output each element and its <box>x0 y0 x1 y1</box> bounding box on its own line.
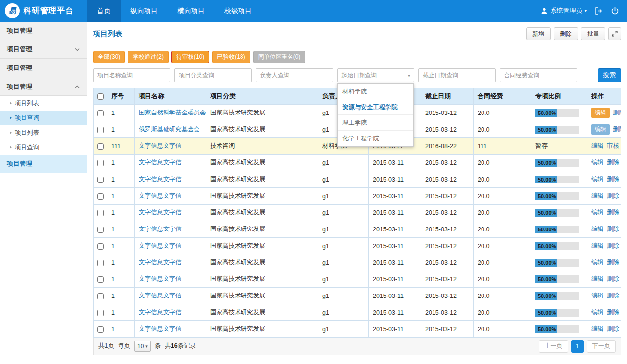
action-button[interactable]: 编辑 <box>591 124 610 135</box>
status-filter[interactable]: 已验收(18) <box>212 51 250 63</box>
action-link[interactable]: 编辑 <box>591 176 603 182</box>
action-link[interactable]: 编辑 <box>591 325 603 332</box>
row-checkbox[interactable] <box>97 260 104 266</box>
dropdown-option[interactable]: 材料学院 <box>338 84 413 99</box>
project-name-link[interactable]: 文字信息文字信 <box>139 159 182 166</box>
action-link[interactable]: 删除 <box>613 109 621 116</box>
table-row: 1文字信息文字信国家高技术研究发展g12015-03-112015-03-122… <box>94 271 621 288</box>
top-nav-item[interactable]: 横向项目 <box>168 0 215 22</box>
action-link[interactable]: 删除 <box>607 242 619 249</box>
status-filter[interactable]: 同单位区重名(0) <box>253 51 306 63</box>
project-name-link[interactable]: 文字信息文字信 <box>139 242 182 249</box>
row-checkbox[interactable] <box>97 110 104 116</box>
action-link[interactable]: 删除 <box>607 259 619 266</box>
action-link[interactable]: 审核 <box>607 142 619 149</box>
action-link[interactable]: 删除 <box>607 192 619 199</box>
action-link[interactable]: 删除 <box>607 209 619 216</box>
project-name-link[interactable]: 文字信息文字信 <box>139 176 182 182</box>
project-name-link[interactable]: 文字信息文字信 <box>139 292 182 299</box>
dropdown-option[interactable]: 理工学院 <box>338 115 413 131</box>
action-link[interactable]: 编辑 <box>591 259 603 266</box>
power-icon[interactable] <box>611 7 619 15</box>
action-link[interactable]: 删除 <box>607 226 619 232</box>
project-name-link[interactable]: 文字信息文字信 <box>139 275 182 282</box>
row-checkbox[interactable] <box>97 210 104 216</box>
start-date-cell: 2015-03-11 <box>369 188 421 205</box>
top-nav-item[interactable]: 首页 <box>87 0 121 22</box>
fullscreen-button[interactable] <box>608 27 621 40</box>
row-checkbox[interactable] <box>97 227 104 233</box>
action-link[interactable]: 编辑 <box>591 142 603 149</box>
action-link[interactable]: 删除 <box>607 325 619 332</box>
action-link[interactable]: 删除 <box>607 275 619 282</box>
project-name-link[interactable]: 文字信息文字信 <box>139 309 182 316</box>
sidebar-item[interactable]: 项目管理 <box>0 77 87 96</box>
start-date-search-select[interactable]: 起始日期查询▾材料学院资源与安全工程学院理工学院化学工程学院 <box>337 68 414 82</box>
action-button[interactable]: 编辑 <box>591 108 610 118</box>
action-link[interactable]: 编辑 <box>591 275 603 282</box>
add-button[interactable]: 新增 <box>526 27 551 40</box>
sidebar-subitem[interactable]: 项目列表 <box>0 125 87 140</box>
select-all-checkbox[interactable] <box>97 93 104 100</box>
batch-button[interactable]: 批量 <box>581 27 605 40</box>
project-name-link[interactable]: 文字信息文字信 <box>139 325 182 332</box>
row-checkbox[interactable] <box>97 143 104 150</box>
project-name-link[interactable]: 文字信息文字信 <box>139 259 182 266</box>
action-link[interactable]: 删除 <box>607 292 619 299</box>
exit-icon[interactable] <box>595 7 603 15</box>
action-link[interactable]: 删除 <box>607 159 619 166</box>
sidebar-subitem[interactable]: 项目查询 <box>0 140 87 155</box>
row-checkbox[interactable] <box>97 326 104 333</box>
search-button[interactable]: 搜索 <box>598 68 621 82</box>
project-name-search-input[interactable] <box>93 68 170 82</box>
current-page-button[interactable]: 1 <box>571 340 584 353</box>
action-link[interactable]: 编辑 <box>591 309 603 316</box>
action-link[interactable]: 编辑 <box>591 192 603 199</box>
row-checkbox[interactable] <box>97 177 104 183</box>
row-checkbox[interactable] <box>97 127 104 133</box>
row-checkbox[interactable] <box>97 243 104 250</box>
prev-page-button[interactable]: 上一页 <box>539 340 568 353</box>
dropdown-option[interactable]: 资源与安全工程学院 <box>338 99 413 115</box>
action-link[interactable]: 删除 <box>613 126 621 133</box>
top-nav-item[interactable]: 校级项目 <box>215 0 262 22</box>
row-checkbox[interactable] <box>97 293 104 299</box>
sidebar-item[interactable]: 项目管理 <box>0 40 87 59</box>
progress-label: 50.00% <box>538 226 556 233</box>
action-link[interactable]: 编辑 <box>591 226 603 232</box>
project-name-link[interactable]: 文字信息文字信 <box>139 209 182 216</box>
dropdown-option[interactable]: 化学工程学院 <box>338 131 413 146</box>
row-checkbox[interactable] <box>97 160 104 166</box>
end-date-search-input[interactable] <box>418 68 496 82</box>
sidebar-item[interactable]: 项目管理 <box>0 155 87 173</box>
project-name-link[interactable]: 文字信息文字信 <box>139 226 182 232</box>
contract-fee-search-input[interactable] <box>500 68 577 82</box>
action-link[interactable]: 编辑 <box>591 242 603 249</box>
next-page-button[interactable]: 下一页 <box>587 340 616 353</box>
sidebar-subitem[interactable]: 项目查询 <box>0 111 87 125</box>
status-filter[interactable]: 全部(30) <box>93 51 125 63</box>
project-name-link[interactable]: 国家自然科学基金委员会 <box>139 109 206 116</box>
top-nav-item[interactable]: 纵向项目 <box>121 0 168 22</box>
action-link[interactable]: 删除 <box>607 309 619 316</box>
action-link[interactable]: 删除 <box>607 176 619 182</box>
per-page-select[interactable]: 10 ▾ <box>134 341 151 352</box>
sidebar-item[interactable]: 项目管理 <box>0 59 87 77</box>
sidebar-subitem[interactable]: 项目列表 <box>0 96 87 111</box>
project-name-link[interactable]: 俄罗斯基础研究基金会 <box>139 126 200 133</box>
project-name-link[interactable]: 文字信息文字信 <box>139 192 182 199</box>
row-checkbox[interactable] <box>97 193 104 200</box>
row-checkbox[interactable] <box>97 276 104 283</box>
leader-search-input[interactable] <box>256 68 333 82</box>
row-checkbox[interactable] <box>97 310 104 316</box>
project-category-search-input[interactable] <box>174 68 252 82</box>
sidebar-item[interactable]: 项目管理 <box>0 22 87 40</box>
action-link[interactable]: 编辑 <box>591 159 603 166</box>
delete-button[interactable]: 删除 <box>554 27 578 40</box>
project-name-link[interactable]: 文字信息文字信 <box>139 142 182 149</box>
action-link[interactable]: 编辑 <box>591 209 603 216</box>
user-menu[interactable]: 系统管理员 ▾ <box>541 6 587 15</box>
action-link[interactable]: 编辑 <box>591 292 603 299</box>
status-filter[interactable]: 学校通过(2) <box>128 51 169 63</box>
status-filter[interactable]: 待审核(10) <box>171 51 209 63</box>
